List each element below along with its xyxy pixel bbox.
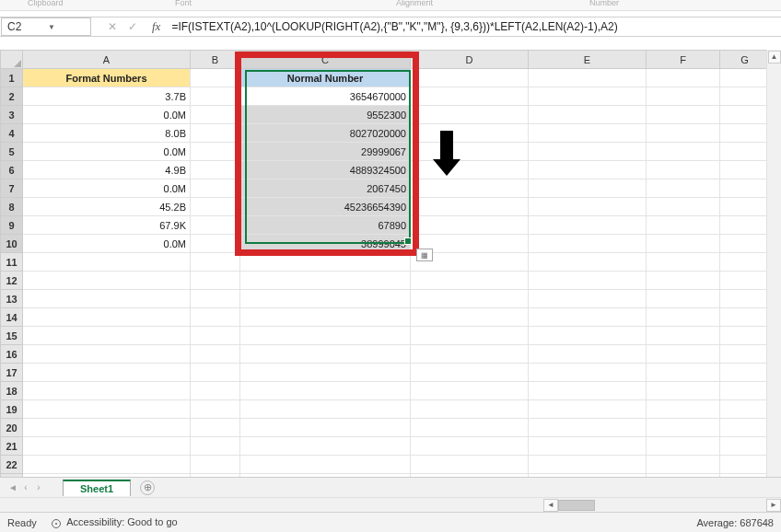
cell-A17[interactable] [23, 364, 191, 382]
cell-F16[interactable] [647, 345, 720, 364]
row-header-1[interactable]: 1 [1, 69, 23, 87]
cell-B9[interactable] [191, 216, 240, 235]
cell-D18[interactable] [411, 382, 529, 400]
row-header-15[interactable]: 15 [1, 327, 23, 345]
row-header-14[interactable]: 14 [1, 308, 23, 327]
cell-A8[interactable]: 45.2B [23, 198, 191, 216]
cell-G1[interactable] [720, 69, 770, 87]
cell-C22[interactable] [240, 456, 411, 474]
row-header-17[interactable]: 17 [1, 364, 23, 382]
nav-next-icon[interactable]: › [33, 482, 44, 492]
cell-G5[interactable] [720, 143, 770, 161]
cell-D12[interactable] [411, 272, 529, 290]
name-box[interactable]: C2 ▼ [1, 17, 91, 36]
cell-E2[interactable] [529, 87, 647, 106]
cell-A7[interactable]: 0.0M [23, 179, 191, 198]
cell-E22[interactable] [529, 456, 647, 474]
cell-B22[interactable] [191, 456, 240, 474]
row-header-11[interactable]: 11 [1, 253, 23, 272]
formula-bar[interactable]: =IF(ISTEXT(A2),10^(LOOKUP(RIGHT(A2),{"B"… [168, 18, 781, 35]
cell-F1[interactable] [647, 69, 720, 87]
cell-G3[interactable] [720, 106, 770, 124]
cell-C21[interactable] [240, 437, 411, 456]
cell-A6[interactable]: 4.9B [23, 161, 191, 179]
cell-E13[interactable] [529, 290, 647, 308]
cell-C12[interactable] [240, 272, 411, 290]
cell-F5[interactable] [647, 143, 720, 161]
horizontal-scrollbar[interactable]: ◄ ► [0, 497, 781, 512]
col-header-E[interactable]: E [529, 51, 647, 69]
cell-F12[interactable] [647, 272, 720, 290]
cell-F17[interactable] [647, 364, 720, 382]
cell-E21[interactable] [529, 437, 647, 456]
cell-F21[interactable] [647, 437, 720, 456]
cell-D7[interactable] [411, 179, 529, 198]
cell-A21[interactable] [23, 437, 191, 456]
cell-G2[interactable] [720, 87, 770, 106]
row-header-12[interactable]: 12 [1, 272, 23, 290]
cell-A5[interactable]: 0.0M [23, 143, 191, 161]
autofill-options-button[interactable]: ▦ [416, 249, 433, 261]
row-header-16[interactable]: 16 [1, 345, 23, 364]
row-header-3[interactable]: 3 [1, 106, 23, 124]
cell-C13[interactable] [240, 290, 411, 308]
cell-B13[interactable] [191, 290, 240, 308]
cell-E5[interactable] [529, 143, 647, 161]
cell-D2[interactable] [411, 87, 529, 106]
cell-F6[interactable] [647, 161, 720, 179]
hscroll-thumb[interactable] [558, 500, 595, 511]
row-header-20[interactable]: 20 [1, 419, 23, 437]
cell-F8[interactable] [647, 198, 720, 216]
cell-D22[interactable] [411, 456, 529, 474]
cell-G6[interactable] [720, 161, 770, 179]
col-header-B[interactable]: B [191, 51, 240, 69]
cell-C4[interactable]: 8027020000 [240, 124, 411, 143]
cell-A2[interactable]: 3.7B [23, 87, 191, 106]
cell-A22[interactable] [23, 456, 191, 474]
cell-D17[interactable] [411, 364, 529, 382]
cell-A14[interactable] [23, 308, 191, 327]
cell-E9[interactable] [529, 216, 647, 235]
cell-A15[interactable] [23, 327, 191, 345]
cell-C11[interactable] [240, 253, 411, 272]
cell-F18[interactable] [647, 382, 720, 400]
cell-F14[interactable] [647, 308, 720, 327]
cell-E6[interactable] [529, 161, 647, 179]
cell-D8[interactable] [411, 198, 529, 216]
cell-E10[interactable] [529, 235, 647, 253]
cell-B15[interactable] [191, 327, 240, 345]
cell-G8[interactable] [720, 198, 770, 216]
cell-B18[interactable] [191, 382, 240, 400]
row-header-7[interactable]: 7 [1, 179, 23, 198]
cell-B14[interactable] [191, 308, 240, 327]
cell-B2[interactable] [191, 87, 240, 106]
cell-G18[interactable] [720, 382, 770, 400]
vertical-scrollbar[interactable]: ▲ [766, 50, 781, 477]
cell-C14[interactable] [240, 308, 411, 327]
row-header-2[interactable]: 2 [1, 87, 23, 106]
cell-B17[interactable] [191, 364, 240, 382]
cell-D21[interactable] [411, 437, 529, 456]
nav-prev-icon[interactable]: ‹ [20, 482, 31, 492]
cell-C6[interactable]: 4889324500 [240, 161, 411, 179]
cancel-icon[interactable]: ✕ [108, 20, 117, 33]
row-header-8[interactable]: 8 [1, 198, 23, 216]
cell-C20[interactable] [240, 419, 411, 437]
cell-D5[interactable] [411, 143, 529, 161]
cell-G9[interactable] [720, 216, 770, 235]
cell-E17[interactable] [529, 364, 647, 382]
cell-A19[interactable] [23, 400, 191, 419]
cell-F9[interactable] [647, 216, 720, 235]
cell-G19[interactable] [720, 400, 770, 419]
row-header-4[interactable]: 4 [1, 124, 23, 143]
cell-B1[interactable] [191, 69, 240, 87]
cell-G14[interactable] [720, 308, 770, 327]
worksheet-grid[interactable]: ABCDEFG1Format NumbersNormal Number23.7B… [0, 50, 781, 477]
cell-E11[interactable] [529, 253, 647, 272]
cell-F7[interactable] [647, 179, 720, 198]
cell-G11[interactable] [720, 253, 770, 272]
cell-C19[interactable] [240, 400, 411, 419]
cell-E19[interactable] [529, 400, 647, 419]
sheet-nav-buttons[interactable]: ◄ ‹ › [7, 482, 44, 492]
cell-G10[interactable] [720, 235, 770, 253]
